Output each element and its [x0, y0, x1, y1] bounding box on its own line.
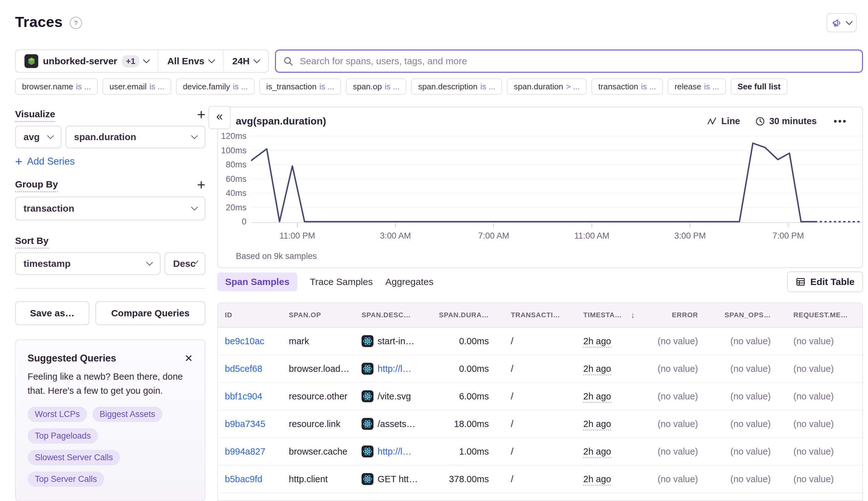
react-icon — [362, 446, 373, 457]
cell-span-id: b994a827 — [218, 446, 284, 457]
edit-table-button[interactable]: Edit Table — [787, 271, 863, 292]
filter-chip-is_transaction[interactable]: is_transactionis ... — [260, 78, 341, 95]
project-selector[interactable]: unborked-server +1 — [16, 50, 158, 72]
column-header-transacti-[interactable]: TRANSACTI… — [493, 311, 565, 319]
timestamp-value[interactable]: 2h ago — [583, 391, 611, 403]
table-row[interactable]: bd5cef68browser.load…http://l…0.00ms/2h … — [218, 355, 862, 383]
span-id-link[interactable]: b994a827 — [225, 446, 265, 457]
column-header-request-me-[interactable]: REQUEST.ME… — [775, 311, 862, 319]
filter-chip-span.description[interactable]: span.descriptionis ... — [411, 78, 502, 95]
table-row[interactable]: b5bac9fdhttp.clientGET htt…378.00ms/2h a… — [218, 466, 862, 493]
column-header-span-ops-[interactable]: SPAN_OPS… — [706, 311, 775, 319]
span-id-link[interactable]: b9ba7345 — [225, 419, 265, 429]
chevron-down-icon — [191, 204, 198, 211]
sort-field-select[interactable]: timestamp — [15, 252, 160, 275]
column-label: TRANSACTI… — [511, 311, 560, 319]
filter-chip-key: user.email — [109, 82, 147, 92]
cell-error: (no value) — [641, 391, 706, 402]
cell-span-op: browser.load… — [284, 364, 358, 374]
column-label: SPAN.OP — [289, 311, 321, 319]
filter-chip-op: is ... — [385, 82, 400, 92]
x-axis-label: 11:00 AM — [574, 231, 609, 241]
filter-chip-key: is_transaction — [266, 82, 316, 92]
timestamp-value[interactable]: 2h ago — [583, 364, 611, 375]
suggested-query-top-pageloads[interactable]: Top Pageloads — [28, 428, 98, 444]
react-icon — [362, 335, 373, 347]
tab-aggregates[interactable]: Aggregates — [385, 273, 433, 291]
table-row[interactable]: bbf1c904resource.other/vite.svg6.00ms/2h… — [218, 383, 862, 411]
filter-chip-span.op[interactable]: span.opis ... — [346, 78, 406, 95]
cell-span-description: http://l… — [358, 363, 433, 375]
span-id-link[interactable]: be9c10ac — [225, 336, 264, 346]
overflow-menu-icon[interactable]: ••• — [832, 116, 849, 127]
field-select[interactable]: span.duration — [65, 126, 205, 148]
filter-chip-device.family[interactable]: device.familyis ... — [176, 78, 255, 95]
search-input[interactable] — [299, 55, 855, 67]
group-by-select[interactable]: transaction — [15, 196, 205, 221]
timestamp-value[interactable]: 2h ago — [583, 336, 611, 348]
compare-queries-button[interactable]: Compare Queries — [95, 301, 205, 325]
close-icon[interactable]: ✕ — [184, 353, 193, 363]
see-full-list-button[interactable]: See full list — [731, 78, 787, 95]
span-description-link[interactable]: http://l… — [378, 364, 411, 374]
span-id-link[interactable]: bd5cef68 — [225, 364, 262, 374]
table-row[interactable]: be9c10acmarkstart-in…0.00ms/2h ago(no va… — [218, 328, 862, 355]
clock-icon — [755, 116, 765, 126]
sort-direction-select[interactable]: Desc — [165, 252, 205, 275]
aggregate-select[interactable]: avg — [15, 126, 62, 148]
duration-line-chart[interactable]: 120ms100ms80ms60ms40ms20ms011:00 PM3:00 … — [218, 132, 861, 243]
sort-direction-value: Desc — [173, 258, 196, 269]
timestamp-value[interactable]: 2h ago — [583, 474, 611, 486]
save-as-button[interactable]: Save as… — [15, 301, 89, 325]
filter-chip-browser.name[interactable]: browser.nameis ... — [15, 78, 98, 95]
suggested-query-biggest-assets[interactable]: Biggest Assets — [93, 407, 162, 422]
column-header-id[interactable]: ID — [218, 311, 284, 319]
column-header-error[interactable]: ERROR — [641, 311, 706, 319]
environment-selector[interactable]: All Envs — [158, 50, 223, 72]
add-group-by-button[interactable]: + — [197, 179, 205, 191]
transaction-value: / — [511, 391, 514, 401]
cell-span-op: http.client — [284, 474, 358, 484]
column-header-span-op[interactable]: SPAN.OP — [284, 311, 358, 319]
request-method-value: (no value) — [793, 336, 834, 346]
table-row[interactable]: b9ba7345resource.link/assets…18.00ms/2h … — [218, 411, 862, 438]
page-filter-bar: unborked-server +1 All Envs 24H — [15, 50, 269, 73]
filter-chip-user.email[interactable]: user.emailis ... — [103, 78, 171, 95]
suggested-query-top-server-calls[interactable]: Top Server Calls — [28, 471, 104, 487]
tab-trace-samples[interactable]: Trace Samples — [310, 273, 373, 291]
cell-request-method: (no value) — [775, 446, 862, 457]
tab-span-samples[interactable]: Span Samples — [217, 273, 297, 291]
span-description-link[interactable]: http://l… — [378, 446, 411, 457]
cell-error: (no value) — [641, 446, 706, 457]
error-value: (no value) — [658, 474, 698, 484]
suggested-query-slowest-server-calls[interactable]: Slowest Server Calls — [28, 450, 120, 465]
add-series-button[interactable]: + Add Series — [15, 156, 75, 167]
suggested-query-worst-lcps[interactable]: Worst LCPs — [28, 407, 87, 422]
column-header-span-dura-[interactable]: SPAN.DURA… — [433, 311, 493, 319]
filter-chip-transaction[interactable]: transactionis ... — [591, 78, 663, 95]
time-range-selector[interactable]: 24H — [223, 50, 268, 72]
span-id-link[interactable]: bbf1c904 — [225, 391, 262, 401]
span-id-link[interactable]: b5bac9fd — [225, 474, 262, 484]
filter-chip-release[interactable]: releaseis ... — [668, 78, 726, 95]
add-visualize-button[interactable]: + — [197, 109, 205, 120]
chart-type-button[interactable]: Line — [707, 116, 740, 126]
timestamp-value[interactable]: 2h ago — [583, 446, 611, 458]
chart-panel: avg(span.duration) Line 30 minutes ••• 1… — [217, 107, 863, 268]
help-icon[interactable]: ? — [70, 17, 82, 29]
timestamp-value[interactable]: 2h ago — [583, 419, 611, 430]
interval-button[interactable]: 30 minutes — [755, 116, 817, 126]
results-bar: Span SamplesTrace SamplesAggregates Edit… — [217, 271, 863, 293]
table-row[interactable]: b41bfb26resource.ifra…https://…276.00ms/… — [218, 493, 862, 501]
column-header-span-desc-[interactable]: SPAN.DESC… — [358, 311, 433, 319]
cell-error: (no value) — [641, 336, 706, 347]
filter-chip-span.duration[interactable]: span.duration> ... — [507, 78, 587, 95]
feedback-button[interactable] — [827, 13, 857, 32]
query-builder-panel: Visualize + avg span.duration + Add Seri… — [15, 109, 205, 501]
filter-chip-op: is ... — [641, 82, 656, 92]
column-header-timesta-[interactable]: TIMESTA…↓ — [565, 310, 641, 320]
chevron-down-icon — [191, 132, 198, 139]
table-row[interactable]: b994a827browser.cachehttp://l…1.00ms/2h … — [218, 438, 862, 466]
collapse-panel-button[interactable]: « — [208, 106, 231, 129]
span-duration-value: 1.00ms — [459, 446, 489, 457]
